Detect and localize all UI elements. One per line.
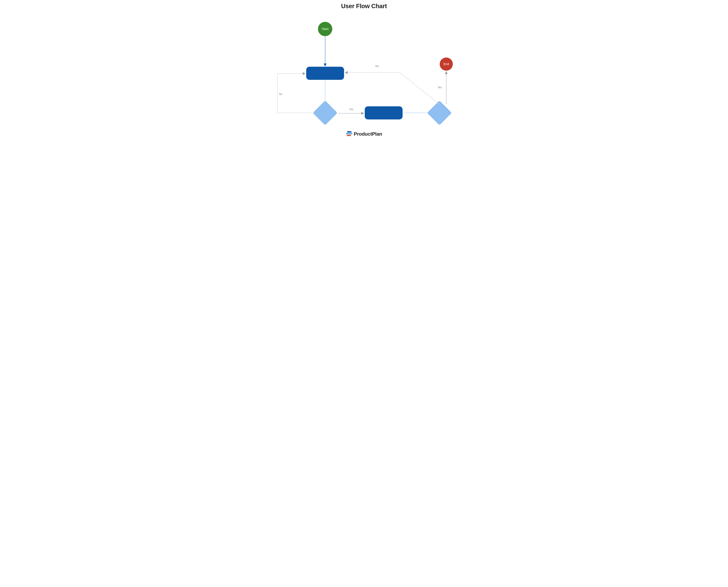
end-node: End <box>440 57 453 71</box>
end-label: End <box>443 62 449 66</box>
process-node-1 <box>306 67 344 80</box>
brand-block: ProductPlan <box>271 131 457 137</box>
start-node: Start <box>318 22 332 36</box>
decision-node-1 <box>316 104 334 122</box>
brand-logo-icon <box>346 131 353 136</box>
edge-label-no-2: No <box>375 65 379 68</box>
edge-label-yes-2: Yes <box>438 86 442 89</box>
decision-node-2 <box>431 104 448 122</box>
edge-label-yes-1: Yes <box>349 108 354 111</box>
diagram-title: User Flow Chart <box>271 3 457 9</box>
edge-label-no-1: No <box>279 93 282 96</box>
edge-decision2-no <box>345 73 439 104</box>
edges-layer <box>271 0 457 139</box>
process-node-2 <box>365 106 403 119</box>
start-label: Start <box>322 27 329 31</box>
flowchart-canvas: User Flow Chart Start End <box>271 0 457 139</box>
brand-name: ProductPlan <box>354 131 382 137</box>
